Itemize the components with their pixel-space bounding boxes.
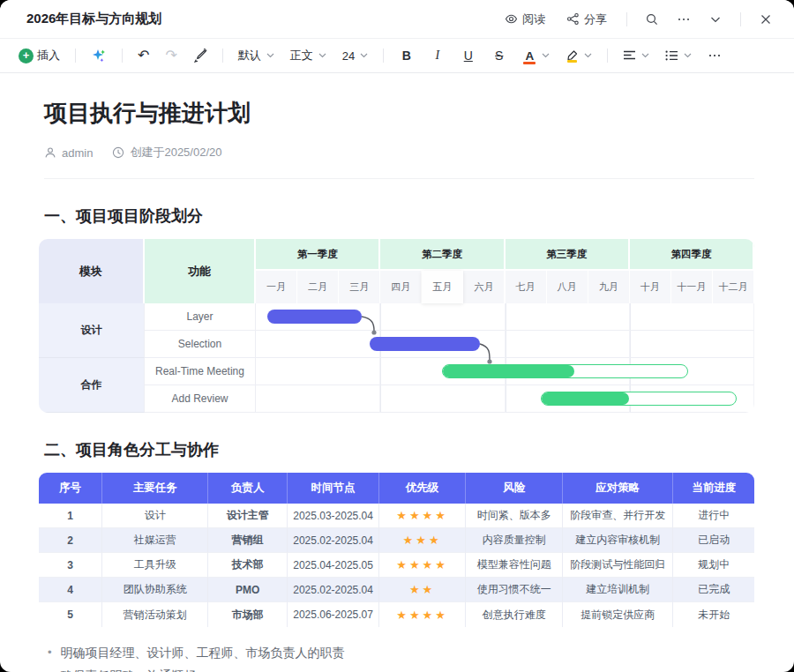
gantt-month-header[interactable]: 四月 <box>380 271 422 303</box>
font-color-button[interactable]: A <box>516 46 556 66</box>
table-cell[interactable]: 提前锁定供应商 <box>563 602 673 627</box>
priority-stars-cell[interactable]: ★★★★ <box>379 504 466 528</box>
format-painter-button[interactable] <box>187 45 213 66</box>
table-cell[interactable]: 2025.02-2025.04 <box>288 578 379 602</box>
gantt-month-header[interactable]: 八月 <box>547 271 588 303</box>
table-cell[interactable]: 工具升级 <box>102 553 208 578</box>
table-cell[interactable]: 市场部 <box>208 602 288 627</box>
search-icon[interactable] <box>640 7 664 32</box>
document-canvas[interactable]: 项目执行与推进计划 admin 创建于2025/02/20 一、项目项目阶段划分… <box>0 73 794 672</box>
priority-stars-cell[interactable]: ★★ <box>379 578 466 602</box>
table-cell[interactable]: PMO <box>208 578 288 602</box>
close-icon[interactable] <box>753 7 778 32</box>
gantt-task-cell[interactable]: Layer <box>145 303 256 331</box>
bold-button[interactable]: B <box>393 45 420 66</box>
paragraph-style-dropdown[interactable]: 正文 <box>284 44 333 67</box>
gantt-body-cell[interactable] <box>506 385 630 413</box>
table-cell[interactable]: 3 <box>39 553 102 578</box>
gantt-month-header[interactable]: 五月 <box>422 271 463 303</box>
priority-stars-cell[interactable]: ★★★★ <box>379 602 466 627</box>
gantt-month-header[interactable]: 十一月 <box>671 271 713 303</box>
table-cell[interactable]: 技术部 <box>208 553 288 578</box>
roles-column-header[interactable]: 优先级 <box>379 473 466 504</box>
gantt-quarter-header[interactable]: 第四季度 <box>630 239 754 271</box>
more-options-icon[interactable] <box>671 7 696 32</box>
gantt-header-module[interactable]: 模块 <box>39 239 145 303</box>
table-cell[interactable]: 规划中 <box>673 553 754 578</box>
table-cell[interactable]: 内容质量控制 <box>466 528 563 553</box>
redo-button[interactable]: ↷ <box>159 46 183 65</box>
table-cell[interactable]: 模型兼容性问题 <box>466 553 563 578</box>
insert-button[interactable]: + 插入 <box>12 44 66 67</box>
gantt-body-cell[interactable] <box>256 303 380 331</box>
table-cell[interactable]: 2025.03-2025.04 <box>288 504 379 528</box>
gantt-month-header[interactable]: 十二月 <box>713 271 754 303</box>
gantt-header-function[interactable]: 功能 <box>145 239 256 303</box>
font-size-dropdown[interactable]: 24 <box>336 46 374 66</box>
table-cell[interactable]: 进行中 <box>673 504 754 528</box>
gantt-quarter-header[interactable]: 第二季度 <box>380 239 505 271</box>
table-cell[interactable]: 营销活动策划 <box>102 602 208 627</box>
gantt-body-cell[interactable] <box>380 358 505 385</box>
gantt-month-header[interactable]: 十月 <box>630 271 671 303</box>
ai-assistant-button[interactable] <box>85 44 113 67</box>
gantt-month-header[interactable]: 二月 <box>297 271 339 303</box>
roles-column-header[interactable]: 主要任务 <box>102 473 208 504</box>
gantt-month-header[interactable]: 九月 <box>588 271 630 303</box>
table-cell[interactable]: 阶段测试与性能回归 <box>563 553 673 578</box>
table-cell[interactable]: 营销组 <box>208 528 288 553</box>
gantt-body-cell[interactable] <box>506 303 630 331</box>
priority-stars-cell[interactable]: ★★★★ <box>379 553 466 578</box>
read-mode-button[interactable]: 阅读 <box>498 8 552 31</box>
table-cell[interactable]: 4 <box>39 578 102 602</box>
table-cell[interactable]: 建立培训机制 <box>563 578 673 602</box>
table-cell[interactable]: 使用习惯不统一 <box>466 578 563 602</box>
gantt-body-cell[interactable] <box>506 358 630 385</box>
undo-button[interactable]: ↶ <box>131 46 155 65</box>
collapse-toolbar-icon[interactable] <box>703 7 728 32</box>
roles-column-header[interactable]: 负责人 <box>208 473 288 504</box>
gantt-month-header[interactable]: 六月 <box>463 271 505 303</box>
table-cell[interactable]: 已启动 <box>673 528 754 553</box>
gantt-quarter-header[interactable]: 第一季度 <box>256 239 380 271</box>
table-cell[interactable]: 时间紧、版本多 <box>466 504 563 528</box>
roles-column-header[interactable]: 风险 <box>466 473 563 504</box>
gantt-body-cell[interactable] <box>630 331 754 358</box>
italic-button[interactable]: I <box>423 45 451 66</box>
roles-column-header[interactable]: 时间节点 <box>288 473 379 504</box>
gantt-body-cell[interactable] <box>380 303 505 331</box>
gantt-task-cell[interactable]: Selection <box>145 331 256 358</box>
gantt-month-header[interactable]: 七月 <box>506 271 547 303</box>
table-cell[interactable]: 阶段审查、并行开发 <box>563 504 673 528</box>
table-cell[interactable]: 2025.06-2025.07 <box>288 602 379 627</box>
table-cell[interactable]: 设计主管 <box>208 504 288 528</box>
list-dropdown[interactable] <box>659 47 698 64</box>
roles-column-header[interactable]: 应对策略 <box>563 473 673 504</box>
roles-column-header[interactable]: 当前进度 <box>673 473 754 504</box>
gantt-month-header[interactable]: 一月 <box>256 271 297 303</box>
table-cell[interactable]: 2025.04-2025.05 <box>288 553 379 578</box>
table-cell[interactable]: 设计 <box>102 504 208 528</box>
gantt-body-cell[interactable] <box>630 385 754 413</box>
table-cell[interactable]: 1 <box>39 504 102 528</box>
gantt-body-cell[interactable] <box>506 331 630 358</box>
table-cell[interactable]: 2025.02-2025.04 <box>288 528 379 553</box>
table-cell[interactable]: 社媒运营 <box>102 528 208 553</box>
gantt-body-cell[interactable] <box>256 385 380 413</box>
gantt-body-cell[interactable] <box>256 331 380 358</box>
gantt-task-cell[interactable]: Real-Time Meeting <box>145 358 256 385</box>
strikethrough-button[interactable]: S <box>485 45 513 66</box>
gantt-body-cell[interactable] <box>380 331 505 358</box>
underline-button[interactable]: U <box>454 45 482 66</box>
gantt-body-cell[interactable] <box>256 358 380 385</box>
toolbar-more-icon[interactable] <box>701 45 728 66</box>
table-cell[interactable]: 团队协助系统 <box>102 578 208 602</box>
alignment-dropdown[interactable] <box>617 47 655 64</box>
roles-column-header[interactable]: 序号 <box>39 473 102 504</box>
gantt-quarter-header[interactable]: 第三季度 <box>506 239 630 271</box>
table-cell[interactable]: 创意执行难度 <box>466 602 563 627</box>
table-cell[interactable]: 5 <box>39 602 102 627</box>
table-cell[interactable]: 已完成 <box>673 578 754 602</box>
table-cell[interactable]: 未开始 <box>673 602 754 627</box>
priority-stars-cell[interactable]: ★★★ <box>379 528 466 553</box>
